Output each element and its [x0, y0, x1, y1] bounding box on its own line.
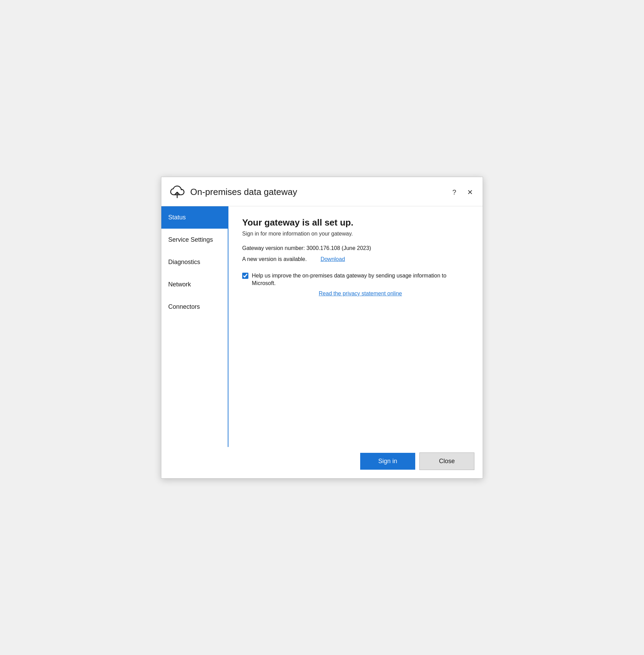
- gateway-version: Gateway version number: 3000.176.108 (Ju…: [242, 245, 469, 251]
- privacy-link[interactable]: Read the privacy statement online: [252, 291, 469, 297]
- usage-checkbox[interactable]: [242, 273, 248, 279]
- status-subtext: Sign in for more information on your gat…: [242, 231, 469, 237]
- close-window-button[interactable]: ✕: [464, 187, 476, 197]
- sidebar-item-diagnostics[interactable]: Diagnostics: [161, 251, 228, 273]
- title-bar: On-premises data gateway ? ✕: [161, 177, 483, 206]
- title-bar-left: On-premises data gateway: [168, 183, 297, 201]
- download-link[interactable]: Download: [321, 256, 345, 262]
- sidebar: Status Service Settings Diagnostics Netw…: [161, 206, 228, 447]
- content-area: Your gateway is all set up. Sign in for …: [228, 206, 483, 447]
- usage-checkbox-label: Help us improve the on-premises data gat…: [252, 272, 469, 287]
- status-heading: Your gateway is all set up.: [242, 217, 469, 228]
- app-title: On-premises data gateway: [190, 187, 297, 197]
- sidebar-item-service-settings[interactable]: Service Settings: [161, 229, 228, 251]
- usage-checkbox-row: Help us improve the on-premises data gat…: [242, 272, 469, 287]
- new-version-text: A new version is available.: [242, 256, 307, 262]
- sign-in-button[interactable]: Sign in: [360, 453, 415, 470]
- sidebar-item-connectors[interactable]: Connectors: [161, 296, 228, 318]
- close-button[interactable]: Close: [419, 452, 474, 470]
- sidebar-item-status[interactable]: Status: [161, 206, 228, 229]
- footer: Sign in Close: [161, 447, 483, 478]
- cloud-upload-icon: [168, 183, 186, 201]
- help-button[interactable]: ?: [450, 187, 459, 197]
- sidebar-item-network[interactable]: Network: [161, 273, 228, 296]
- app-window: On-premises data gateway ? ✕ Status Serv…: [161, 177, 483, 479]
- title-bar-controls: ? ✕: [450, 187, 476, 197]
- new-version-row: A new version is available. Download: [242, 256, 469, 262]
- main-layout: Status Service Settings Diagnostics Netw…: [161, 206, 483, 447]
